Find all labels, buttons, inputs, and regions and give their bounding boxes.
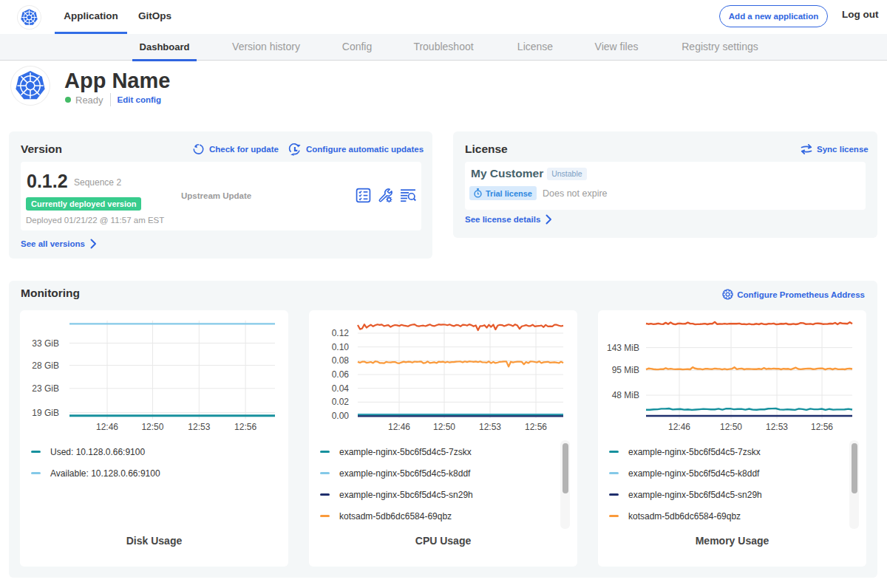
svg-text:12:53: 12:53: [766, 422, 788, 432]
svg-text:23 GiB: 23 GiB: [32, 383, 59, 394]
svg-text:0.08: 0.08: [332, 355, 350, 366]
svg-text:33 GiB: 33 GiB: [32, 338, 59, 349]
svg-text:12:46: 12:46: [96, 422, 118, 432]
svg-text:143 MiB: 143 MiB: [607, 343, 639, 353]
svg-text:0.04: 0.04: [332, 383, 350, 394]
svg-text:12:46: 12:46: [388, 422, 410, 432]
svg-text:95 MiB: 95 MiB: [612, 365, 639, 375]
svg-text:12:53: 12:53: [188, 422, 210, 432]
svg-text:12:46: 12:46: [668, 422, 690, 432]
svg-text:0.12: 0.12: [332, 328, 350, 338]
svg-text:12:56: 12:56: [234, 422, 256, 432]
svg-text:12:56: 12:56: [525, 422, 547, 432]
svg-text:28 GiB: 28 GiB: [32, 360, 59, 371]
svg-text:19 GiB: 19 GiB: [32, 408, 59, 418]
svg-text:0.00: 0.00: [332, 411, 350, 421]
svg-text:0.06: 0.06: [332, 369, 350, 380]
svg-text:12:50: 12:50: [141, 422, 163, 432]
svg-text:12:50: 12:50: [720, 422, 742, 432]
svg-text:48 MiB: 48 MiB: [612, 390, 639, 400]
svg-text:12:53: 12:53: [479, 422, 501, 432]
svg-text:0.10: 0.10: [332, 342, 350, 352]
svg-text:0.02: 0.02: [332, 397, 350, 407]
svg-text:12:50: 12:50: [433, 422, 455, 432]
svg-text:12:56: 12:56: [811, 422, 833, 432]
